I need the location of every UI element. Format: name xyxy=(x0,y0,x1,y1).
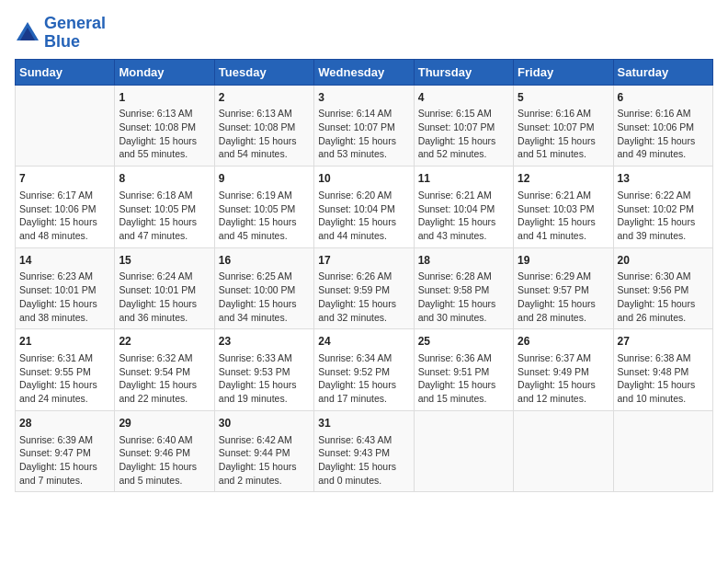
calendar-week-row: 7Sunrise: 6:17 AM Sunset: 10:06 PM Dayli… xyxy=(16,167,713,248)
logo-blue: Blue xyxy=(44,32,80,51)
day-info: Sunrise: 6:24 AM Sunset: 10:01 PM Daylig… xyxy=(119,270,210,324)
day-number: 4 xyxy=(418,90,509,106)
day-number: 26 xyxy=(518,334,609,350)
calendar-cell: 15Sunrise: 6:24 AM Sunset: 10:01 PM Dayl… xyxy=(115,247,214,329)
calendar-cell: 28Sunrise: 6:39 AM Sunset: 9:47 PM Dayli… xyxy=(16,410,115,492)
col-friday: Friday xyxy=(514,59,613,85)
day-number: 30 xyxy=(219,416,310,431)
day-info: Sunrise: 6:33 AM Sunset: 9:53 PM Dayligh… xyxy=(219,351,310,406)
calendar-cell: 10Sunrise: 6:20 AM Sunset: 10:04 PM Dayl… xyxy=(314,167,414,248)
day-info: Sunrise: 6:22 AM Sunset: 10:02 PM Daylig… xyxy=(618,189,709,243)
day-info: Sunrise: 6:25 AM Sunset: 10:00 PM Daylig… xyxy=(219,270,310,324)
calendar-cell xyxy=(514,410,613,492)
day-info: Sunrise: 6:30 AM Sunset: 9:56 PM Dayligh… xyxy=(618,270,709,324)
calendar-cell: 12Sunrise: 6:21 AM Sunset: 10:03 PM Dayl… xyxy=(514,167,613,248)
day-info: Sunrise: 6:21 AM Sunset: 10:03 PM Daylig… xyxy=(518,189,609,243)
calendar-cell: 6Sunrise: 6:16 AM Sunset: 10:06 PM Dayli… xyxy=(613,85,712,167)
day-number: 19 xyxy=(518,253,609,269)
calendar-cell xyxy=(16,85,115,167)
col-wednesday: Wednesday xyxy=(314,59,414,85)
calendar-cell: 23Sunrise: 6:33 AM Sunset: 9:53 PM Dayli… xyxy=(214,329,313,411)
day-number: 6 xyxy=(618,90,709,106)
day-number: 2 xyxy=(219,90,310,106)
calendar-cell: 21Sunrise: 6:31 AM Sunset: 9:55 PM Dayli… xyxy=(16,329,115,411)
calendar-body: 1Sunrise: 6:13 AM Sunset: 10:08 PM Dayli… xyxy=(16,85,713,492)
calendar-cell: 25Sunrise: 6:36 AM Sunset: 9:51 PM Dayli… xyxy=(414,329,513,411)
day-number: 25 xyxy=(418,334,509,350)
calendar-cell: 9Sunrise: 6:19 AM Sunset: 10:05 PM Dayli… xyxy=(214,167,313,248)
day-number: 31 xyxy=(318,416,409,431)
calendar-cell: 7Sunrise: 6:17 AM Sunset: 10:06 PM Dayli… xyxy=(16,167,115,248)
day-number: 24 xyxy=(318,334,409,350)
day-info: Sunrise: 6:31 AM Sunset: 9:55 PM Dayligh… xyxy=(19,351,110,406)
calendar-cell: 2Sunrise: 6:13 AM Sunset: 10:08 PM Dayli… xyxy=(214,85,313,167)
page-header: General Blue xyxy=(15,15,713,52)
calendar-week-row: 21Sunrise: 6:31 AM Sunset: 9:55 PM Dayli… xyxy=(16,329,713,411)
calendar-cell: 14Sunrise: 6:23 AM Sunset: 10:01 PM Dayl… xyxy=(16,247,115,329)
day-number: 20 xyxy=(618,253,709,269)
col-monday: Monday xyxy=(115,59,214,85)
day-number: 29 xyxy=(119,416,210,431)
col-saturday: Saturday xyxy=(613,59,712,85)
calendar-cell: 18Sunrise: 6:28 AM Sunset: 9:58 PM Dayli… xyxy=(414,247,513,329)
calendar-table: Sunday Monday Tuesday Wednesday Thursday… xyxy=(15,59,713,493)
day-number: 16 xyxy=(219,253,310,269)
calendar-cell: 27Sunrise: 6:38 AM Sunset: 9:48 PM Dayli… xyxy=(613,329,712,411)
col-tuesday: Tuesday xyxy=(214,59,313,85)
col-sunday: Sunday xyxy=(16,59,115,85)
day-number: 23 xyxy=(219,334,310,350)
day-info: Sunrise: 6:21 AM Sunset: 10:04 PM Daylig… xyxy=(418,189,509,243)
calendar-cell: 17Sunrise: 6:26 AM Sunset: 9:59 PM Dayli… xyxy=(314,247,414,329)
logo-text: General Blue xyxy=(44,15,106,52)
day-info: Sunrise: 6:26 AM Sunset: 9:59 PM Dayligh… xyxy=(318,270,409,324)
col-thursday: Thursday xyxy=(414,59,513,85)
day-number: 15 xyxy=(119,253,210,269)
calendar-cell: 11Sunrise: 6:21 AM Sunset: 10:04 PM Dayl… xyxy=(414,167,513,248)
calendar-cell: 20Sunrise: 6:30 AM Sunset: 9:56 PM Dayli… xyxy=(613,247,712,329)
calendar-week-row: 1Sunrise: 6:13 AM Sunset: 10:08 PM Dayli… xyxy=(16,85,713,167)
logo-icon xyxy=(15,20,40,46)
calendar-cell: 24Sunrise: 6:34 AM Sunset: 9:52 PM Dayli… xyxy=(314,329,414,411)
calendar-cell: 13Sunrise: 6:22 AM Sunset: 10:02 PM Dayl… xyxy=(613,167,712,248)
calendar-cell: 22Sunrise: 6:32 AM Sunset: 9:54 PM Dayli… xyxy=(115,329,214,411)
calendar-cell: 1Sunrise: 6:13 AM Sunset: 10:08 PM Dayli… xyxy=(115,85,214,167)
day-number: 28 xyxy=(19,416,110,431)
day-number: 5 xyxy=(518,90,609,106)
day-info: Sunrise: 6:36 AM Sunset: 9:51 PM Dayligh… xyxy=(418,351,509,406)
day-number: 8 xyxy=(119,171,210,187)
calendar-cell: 19Sunrise: 6:29 AM Sunset: 9:57 PM Dayli… xyxy=(514,247,613,329)
day-number: 1 xyxy=(119,90,210,106)
calendar-cell: 8Sunrise: 6:18 AM Sunset: 10:05 PM Dayli… xyxy=(115,167,214,248)
day-number: 12 xyxy=(518,171,609,187)
day-number: 7 xyxy=(19,171,110,187)
day-info: Sunrise: 6:39 AM Sunset: 9:47 PM Dayligh… xyxy=(19,433,110,488)
day-number: 3 xyxy=(318,90,409,106)
day-number: 11 xyxy=(418,171,509,187)
day-info: Sunrise: 6:17 AM Sunset: 10:06 PM Daylig… xyxy=(19,189,110,243)
day-info: Sunrise: 6:19 AM Sunset: 10:05 PM Daylig… xyxy=(219,189,310,243)
day-number: 22 xyxy=(119,334,210,350)
day-info: Sunrise: 6:29 AM Sunset: 9:57 PM Dayligh… xyxy=(518,270,609,324)
day-info: Sunrise: 6:32 AM Sunset: 9:54 PM Dayligh… xyxy=(119,351,210,406)
calendar-header: Sunday Monday Tuesday Wednesday Thursday… xyxy=(16,59,713,85)
day-number: 9 xyxy=(219,171,310,187)
header-row: Sunday Monday Tuesday Wednesday Thursday… xyxy=(16,59,713,85)
day-info: Sunrise: 6:38 AM Sunset: 9:48 PM Dayligh… xyxy=(618,351,709,406)
day-number: 27 xyxy=(618,334,709,350)
day-info: Sunrise: 6:34 AM Sunset: 9:52 PM Dayligh… xyxy=(318,351,409,406)
logo-general: General xyxy=(44,14,106,32)
day-number: 14 xyxy=(19,253,110,269)
day-info: Sunrise: 6:16 AM Sunset: 10:07 PM Daylig… xyxy=(518,107,609,161)
calendar-cell xyxy=(414,410,513,492)
day-info: Sunrise: 6:42 AM Sunset: 9:44 PM Dayligh… xyxy=(219,433,310,488)
day-number: 13 xyxy=(618,171,709,187)
calendar-cell: 31Sunrise: 6:43 AM Sunset: 9:43 PM Dayli… xyxy=(314,410,414,492)
day-info: Sunrise: 6:15 AM Sunset: 10:07 PM Daylig… xyxy=(418,107,509,161)
day-info: Sunrise: 6:20 AM Sunset: 10:04 PM Daylig… xyxy=(318,189,409,243)
calendar-week-row: 28Sunrise: 6:39 AM Sunset: 9:47 PM Dayli… xyxy=(16,410,713,492)
calendar-week-row: 14Sunrise: 6:23 AM Sunset: 10:01 PM Dayl… xyxy=(16,247,713,329)
calendar-cell: 3Sunrise: 6:14 AM Sunset: 10:07 PM Dayli… xyxy=(314,85,414,167)
calendar-cell: 5Sunrise: 6:16 AM Sunset: 10:07 PM Dayli… xyxy=(514,85,613,167)
calendar-cell: 26Sunrise: 6:37 AM Sunset: 9:49 PM Dayli… xyxy=(514,329,613,411)
day-info: Sunrise: 6:43 AM Sunset: 9:43 PM Dayligh… xyxy=(318,433,409,488)
